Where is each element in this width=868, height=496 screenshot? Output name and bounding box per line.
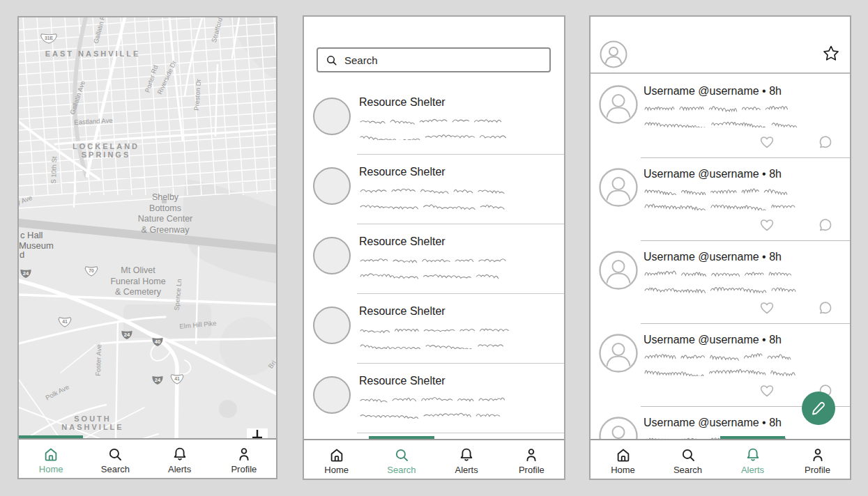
avatar	[599, 251, 638, 290]
placeholder-text-squiggle	[360, 255, 511, 264]
nav-item[interactable]: Alerts	[148, 440, 212, 478]
result-title: Resource Shelter	[359, 96, 446, 109]
comment-icon[interactable]	[817, 134, 834, 150]
placeholder-text-squiggle	[644, 367, 800, 376]
avatar	[313, 376, 351, 414]
svg-text:41: 41	[174, 376, 180, 381]
placeholder-text-squiggle	[644, 352, 796, 361]
placeholder-text-squiggle	[644, 284, 801, 293]
map-highway-shield: 31E	[40, 33, 58, 47]
result-list: Resource Shelter Resource Shelter Resour…	[304, 92, 564, 439]
bottom-nav: Home Search Alerts Profile	[19, 438, 276, 478]
svg-text:24: 24	[23, 270, 29, 277]
map-highway-shield: 70	[84, 265, 99, 280]
map-highway-shield: 24	[20, 268, 33, 282]
post-author: Username @username • 8h	[644, 168, 782, 180]
star-icon[interactable]	[822, 45, 840, 63]
pencil-icon	[810, 400, 827, 417]
nav-item[interactable]: Profile	[212, 440, 276, 478]
placeholder-text-squiggle	[644, 103, 793, 112]
avatar	[599, 168, 638, 207]
search-icon	[106, 445, 124, 463]
avatar	[313, 167, 351, 205]
compose-fab[interactable]	[802, 392, 835, 425]
profile-icon	[809, 446, 827, 464]
bell-icon	[171, 445, 189, 463]
list-item[interactable]: Resource Shelter	[304, 162, 564, 231]
search-icon	[679, 446, 697, 464]
nav-item[interactable]: Home	[19, 440, 83, 478]
active-tab-indicator	[19, 435, 83, 438]
nav-item-label: Alerts	[455, 465, 478, 474]
nav-item-label: Home	[324, 465, 349, 474]
placeholder-text-squiggle	[644, 201, 800, 210]
map-highway-shield: 40	[151, 336, 165, 350]
list-item[interactable]: Resource Shelter	[304, 301, 564, 371]
avatar	[313, 98, 351, 135]
map-view[interactable]: EAST NASHVILLELOCKELAND SPRINGSSOUTH NAS…	[19, 17, 276, 438]
post-author: Username @username • 8h	[644, 334, 782, 346]
screen-feed: Username @username • 8h	[589, 15, 851, 480]
screen-search: Resource Shelter Resource Shelter Resour…	[303, 15, 565, 480]
list-item[interactable]: Resource Shelter	[304, 92, 564, 162]
like-icon[interactable]	[759, 382, 775, 399]
placeholder-text-squiggle	[360, 131, 511, 140]
nav-item[interactable]: Profile	[499, 440, 564, 479]
divider	[357, 293, 564, 294]
search-input[interactable]	[317, 47, 551, 72]
placeholder-text-squiggle	[360, 270, 504, 279]
map-highway-shield: 24	[121, 329, 134, 343]
nav-item-label: Alerts	[168, 465, 191, 474]
home-icon	[328, 446, 346, 464]
like-icon[interactable]	[759, 217, 775, 233]
map-highway-shield: 41	[170, 373, 185, 388]
nav-item[interactable]: Search	[655, 440, 720, 479]
like-icon[interactable]	[759, 134, 775, 150]
search-icon	[393, 446, 411, 464]
avatar	[599, 334, 638, 373]
list-item[interactable]: Resource Shelter	[304, 231, 564, 301]
result-title: Resource Shelter	[359, 375, 446, 387]
post-author: Username @username • 8h	[644, 85, 782, 98]
placeholder-text-squiggle	[360, 185, 510, 194]
comment-icon[interactable]	[817, 217, 834, 233]
nav-item[interactable]: Search	[369, 440, 434, 479]
placeholder-text-squiggle	[360, 394, 510, 403]
list-item[interactable]: Resource Shelter	[304, 371, 564, 439]
post[interactable]: Username @username • 8h	[591, 241, 850, 324]
bottom-nav: Home Search Alerts Profile	[591, 439, 850, 479]
nav-item[interactable]: Alerts	[434, 440, 499, 479]
placeholder-text-squiggle	[644, 186, 793, 195]
divider	[357, 433, 564, 433]
map-highway-shield: 41	[58, 316, 73, 331]
result-title: Resource Shelter	[359, 235, 446, 248]
svg-text:40: 40	[155, 339, 160, 345]
divider	[357, 224, 564, 224]
profile-avatar-icon[interactable]	[600, 40, 627, 68]
nav-item[interactable]: Search	[83, 440, 147, 478]
active-tab-indicator	[720, 436, 785, 439]
post[interactable]: Username @username • 8h	[591, 75, 850, 158]
post-author: Username @username • 8h	[644, 251, 782, 263]
search-field[interactable]	[344, 54, 542, 66]
avatar	[599, 85, 638, 124]
nav-item[interactable]: Alerts	[720, 440, 785, 479]
result-title: Resource Shelter	[359, 305, 446, 318]
nav-item[interactable]: Profile	[785, 440, 850, 479]
post[interactable]: Username @username • 8h	[591, 158, 850, 241]
nav-item[interactable]: Home	[304, 440, 369, 479]
comment-icon[interactable]	[817, 300, 834, 316]
result-title: Resource Shelter	[359, 166, 446, 178]
divider	[357, 363, 564, 364]
svg-text:31E: 31E	[45, 36, 54, 40]
profile-icon	[522, 446, 540, 464]
divider	[357, 154, 564, 155]
nav-item-label: Profile	[231, 465, 257, 474]
like-icon[interactable]	[759, 300, 775, 316]
nav-item[interactable]: Home	[591, 440, 655, 479]
nav-item-label: Home	[39, 465, 63, 474]
avatar	[313, 237, 351, 274]
feed-header	[591, 17, 850, 74]
map-zoom-control-partial[interactable]	[247, 428, 268, 438]
svg-text:24: 24	[124, 332, 130, 338]
